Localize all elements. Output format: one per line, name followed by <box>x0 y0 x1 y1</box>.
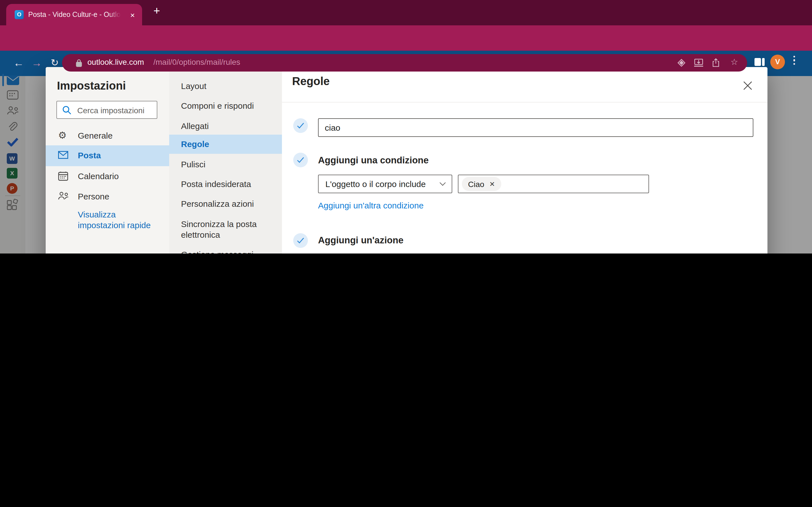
section-posta-indesiderata[interactable]: Posta indesiderata <box>169 174 282 194</box>
settings-category-generale[interactable]: ⚙ Generale <box>46 126 169 146</box>
install-download-icon[interactable] <box>694 58 704 68</box>
rule-name-input[interactable] <box>318 118 753 137</box>
section-personalizza-azioni[interactable]: Personalizza azioni <box>169 194 282 214</box>
condition-heading: Aggiungi una condizione <box>318 155 428 166</box>
people-icon <box>58 191 68 202</box>
settings-dialog: Impostazioni ⚙ Generale Posta <box>46 67 767 253</box>
action-check-icon <box>293 233 308 248</box>
gear-icon: ⚙ <box>58 131 68 141</box>
settings-section-pane: Layout Componi e rispondi Allegati Regol… <box>169 67 282 253</box>
rules-panel: Regole Aggiungi una condizione L'oggetto… <box>282 67 767 253</box>
back-icon[interactable]: ← <box>11 55 26 72</box>
settings-nav-pane: Impostazioni ⚙ Generale Posta <box>46 67 169 253</box>
condition-value-box[interactable]: Ciao ✕ <box>458 175 649 193</box>
settings-title: Impostazioni <box>57 79 126 93</box>
chevron-down-icon <box>439 182 446 186</box>
screen: O Posta - Video Cultur-e - Outloo ✕ + ← … <box>0 0 812 253</box>
section-pulisci[interactable]: Pulisci <box>169 154 282 175</box>
section-allegati[interactable]: Allegati <box>169 116 282 136</box>
section-layout[interactable]: Layout <box>169 76 282 96</box>
mail-icon <box>58 151 68 161</box>
browser-toolbar: ← → ↻ outlook.live.com /mail/0/options/m… <box>0 25 812 51</box>
category-label: Generale <box>78 130 112 142</box>
side-panel-icon[interactable] <box>755 58 765 66</box>
settings-category-calendario[interactable]: Calendario <box>46 166 169 186</box>
lock-icon <box>75 59 83 68</box>
reload-icon[interactable]: ↻ <box>47 55 62 72</box>
browser-tab[interactable]: O Posta - Video Cultur-e - Outloo ✕ <box>6 4 142 25</box>
tab-title-fade <box>108 8 123 22</box>
rules-title: Regole <box>292 75 329 88</box>
section-regole[interactable]: Regole <box>169 135 282 154</box>
rule-name-check-icon <box>293 118 308 133</box>
browser-menu-icon[interactable] <box>794 56 795 65</box>
header-divider <box>282 102 767 103</box>
section-componi[interactable]: Componi e rispondi <box>169 96 282 116</box>
quick-settings-link[interactable]: Visualizza impostazioni rapide <box>78 209 157 230</box>
condition-select-value: L'oggetto o il corpo include <box>325 179 439 189</box>
settings-category-posta[interactable]: Posta <box>46 145 169 166</box>
tab-close-icon[interactable]: ✕ <box>128 11 137 20</box>
condition-check-icon <box>293 153 308 167</box>
chip-label: Ciao <box>468 179 485 188</box>
settings-search-input[interactable] <box>76 102 156 119</box>
chip-remove-icon[interactable]: ✕ <box>490 180 495 188</box>
browser-tabstrip: O Posta - Video Cultur-e - Outloo ✕ + <box>0 0 812 25</box>
url-host: outlook.live.com <box>87 57 144 66</box>
category-label: Persone <box>78 191 109 202</box>
extension-diamond-icon[interactable] <box>677 58 686 68</box>
outlook-favicon-icon: O <box>15 10 24 19</box>
add-condition-link[interactable]: Aggiungi un'altra condizione <box>318 201 423 210</box>
action-heading: Aggiungi un'azione <box>318 235 403 245</box>
url-path: /mail/0/options/mail/rules <box>153 57 240 66</box>
category-label: Posta <box>78 150 101 161</box>
category-label: Calendario <box>78 171 119 182</box>
calendar-icon <box>58 171 68 181</box>
section-gestione-messaggi[interactable]: Gestione messaggi <box>169 244 282 253</box>
condition-chip[interactable]: Ciao ✕ <box>462 177 501 191</box>
forward-icon[interactable]: → <box>29 55 44 72</box>
new-tab-button[interactable]: + <box>150 4 163 18</box>
section-sincronizza[interactable]: Sincronizza la posta elettronica <box>169 217 279 242</box>
share-icon[interactable] <box>711 58 721 68</box>
search-icon <box>62 105 71 115</box>
bookmark-star-icon[interactable]: ☆ <box>730 57 738 67</box>
settings-category-persone[interactable]: Persone <box>46 186 169 207</box>
url-bar[interactable]: outlook.live.com /mail/0/options/mail/ru… <box>62 54 747 71</box>
close-icon[interactable] <box>742 79 754 92</box>
settings-search-box[interactable] <box>56 101 157 119</box>
browser-profile-avatar[interactable]: V <box>770 55 785 69</box>
condition-select[interactable]: L'oggetto o il corpo include <box>318 175 452 193</box>
